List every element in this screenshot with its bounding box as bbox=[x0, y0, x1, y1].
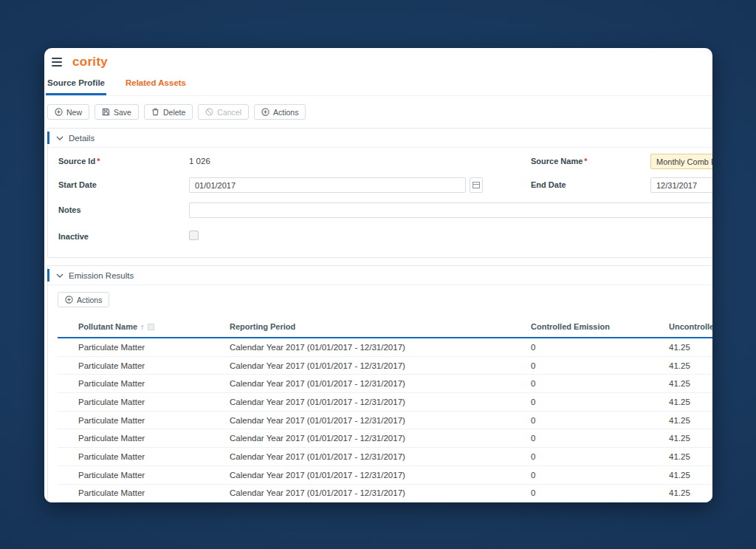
source-id-value: 1 026 bbox=[189, 157, 210, 166]
column-header-reporting-period[interactable]: Reporting Period bbox=[230, 322, 295, 331]
cancel-button[interactable]: Cancel bbox=[198, 104, 249, 120]
save-icon bbox=[102, 108, 110, 116]
table-cell: Particulate Matter bbox=[78, 471, 145, 480]
table-cell: Particulate Matter bbox=[78, 434, 145, 443]
inactive-label: Inactive bbox=[58, 232, 89, 241]
sort-ascending-icon[interactable]: ↑ bbox=[140, 322, 145, 331]
table-cell: Particulate Matter bbox=[78, 488, 145, 497]
app-window: cority Source Profile Related Assets New… bbox=[44, 48, 712, 502]
emission-results-section: Emission Results Actions Pollutant Name … bbox=[47, 265, 712, 502]
table-cell: 41.25 bbox=[669, 452, 690, 461]
table-cell: Calendar Year 2017 (01/01/2017 - 12/31/2… bbox=[230, 379, 405, 388]
chevron-down-icon bbox=[56, 273, 63, 278]
column-header-controlled-emission[interactable]: Controlled Emission bbox=[531, 322, 610, 331]
table-header-row: Pollutant Name ↑ Reporting Period Contro… bbox=[58, 316, 712, 338]
table-cell: 41.25 bbox=[669, 398, 690, 406]
start-date-label: Start Date bbox=[58, 180, 97, 189]
table-row[interactable]: Particulate MatterCalendar Year 2017 (01… bbox=[58, 412, 712, 430]
plus-circle-icon bbox=[65, 296, 73, 304]
table-cell: 0 bbox=[531, 361, 535, 370]
cancel-button-label: Cancel bbox=[217, 108, 241, 117]
table-cell: 0 bbox=[531, 488, 535, 497]
table-cell: 41.25 bbox=[669, 488, 690, 497]
notes-input[interactable] bbox=[189, 202, 712, 218]
table-cell: 41.25 bbox=[669, 379, 690, 388]
inactive-checkbox[interactable] bbox=[189, 231, 199, 240]
required-indicator: * bbox=[97, 157, 100, 166]
table-cell: Calendar Year 2017 (01/01/2017 - 12/31/2… bbox=[230, 398, 405, 406]
new-button[interactable]: New bbox=[47, 104, 89, 120]
delete-button[interactable]: Delete bbox=[144, 104, 193, 120]
emission-results-section-header[interactable]: Emission Results bbox=[48, 266, 712, 285]
cority-logo: cority bbox=[72, 55, 108, 69]
table-row[interactable]: Particulate MatterCalendar Year 2017 (01… bbox=[58, 429, 712, 448]
table-body: Particulate MatterCalendar Year 2017 (01… bbox=[58, 338, 712, 502]
table-cell: Calendar Year 2017 (01/01/2017 - 12/31/2… bbox=[230, 471, 405, 480]
table-cell: Calendar Year 2017 (01/01/2017 - 12/31/2… bbox=[230, 343, 405, 352]
source-name-label: Source Name* bbox=[531, 157, 588, 166]
table-cell: 0 bbox=[531, 379, 535, 388]
table-cell: 0 bbox=[531, 452, 535, 461]
table-cell: 41.25 bbox=[669, 434, 690, 443]
table-cell: Particulate Matter bbox=[78, 416, 145, 425]
table-cell: 41.25 bbox=[669, 471, 690, 480]
table-row[interactable]: Particulate MatterCalendar Year 2017 (01… bbox=[58, 466, 712, 485]
emission-actions-button[interactable]: Actions bbox=[58, 292, 109, 307]
trash-icon bbox=[151, 108, 159, 116]
details-section: Details Source Id* 1 026 Source Name* St… bbox=[47, 128, 712, 258]
required-indicator: * bbox=[584, 157, 587, 166]
table-cell: Particulate Matter bbox=[78, 452, 145, 461]
end-date-input[interactable] bbox=[650, 177, 712, 193]
table-cell: Calendar Year 2017 (01/01/2017 - 12/31/2… bbox=[230, 434, 405, 443]
table-row[interactable]: Particulate MatterCalendar Year 2017 (01… bbox=[58, 485, 712, 503]
end-date-label: End Date bbox=[531, 180, 566, 189]
table-row[interactable]: Particulate MatterCalendar Year 2017 (01… bbox=[58, 375, 712, 393]
tab-bar: Source Profile Related Assets bbox=[44, 72, 712, 96]
column-header-uncontrolled-emission[interactable]: Uncontrolled Em bbox=[669, 322, 712, 331]
sort-order-badge-icon bbox=[148, 324, 154, 330]
source-name-input[interactable] bbox=[650, 154, 712, 169]
table-cell: Calendar Year 2017 (01/01/2017 - 12/31/2… bbox=[230, 361, 405, 370]
chevron-down-icon bbox=[56, 136, 63, 140]
table-cell: 0 bbox=[531, 434, 535, 443]
emission-results-section-title: Emission Results bbox=[69, 271, 134, 280]
table-row[interactable]: Particulate MatterCalendar Year 2017 (01… bbox=[58, 357, 712, 375]
emission-actions-button-label: Actions bbox=[77, 296, 102, 304]
new-button-label: New bbox=[66, 108, 82, 117]
menu-icon[interactable] bbox=[52, 58, 62, 67]
table-cell: 41.25 bbox=[669, 343, 690, 352]
table-cell: Particulate Matter bbox=[78, 379, 145, 388]
start-date-calendar-button[interactable] bbox=[470, 177, 483, 193]
start-date-input[interactable] bbox=[189, 177, 466, 193]
table-cell: Particulate Matter bbox=[78, 398, 145, 406]
plus-circle-icon bbox=[261, 108, 269, 116]
save-button-label: Save bbox=[114, 108, 131, 117]
actions-button-label: Actions bbox=[273, 108, 298, 117]
tab-related-assets[interactable]: Related Assets bbox=[124, 73, 188, 95]
table-cell: 41.25 bbox=[669, 361, 690, 370]
details-form: Source Id* 1 026 Source Name* Start Date… bbox=[48, 148, 712, 257]
table-cell: Calendar Year 2017 (01/01/2017 - 12/31/2… bbox=[230, 452, 405, 461]
plus-circle-icon bbox=[55, 108, 63, 116]
table-cell: 0 bbox=[531, 343, 535, 352]
column-header-pollutant-name[interactable]: Pollutant Name ↑ bbox=[78, 322, 154, 331]
details-section-header[interactable]: Details bbox=[48, 129, 712, 148]
table-row[interactable]: Particulate MatterCalendar Year 2017 (01… bbox=[58, 338, 712, 357]
table-cell: 0 bbox=[531, 471, 535, 480]
emission-results-table: Pollutant Name ↑ Reporting Period Contro… bbox=[58, 316, 712, 502]
table-cell: Calendar Year 2017 (01/01/2017 - 12/31/2… bbox=[230, 488, 405, 497]
delete-button-label: Delete bbox=[163, 108, 185, 117]
tab-source-profile[interactable]: Source Profile bbox=[46, 73, 106, 95]
table-row[interactable]: Particulate MatterCalendar Year 2017 (01… bbox=[58, 448, 712, 466]
notes-label: Notes bbox=[58, 205, 81, 214]
table-row[interactable]: Particulate MatterCalendar Year 2017 (01… bbox=[58, 393, 712, 412]
app-header: cority bbox=[44, 48, 712, 72]
source-id-label: Source Id* bbox=[58, 157, 100, 166]
save-button[interactable]: Save bbox=[94, 104, 139, 120]
table-cell: 41.25 bbox=[669, 416, 690, 425]
table-cell: 0 bbox=[531, 416, 535, 425]
actions-button[interactable]: Actions bbox=[254, 104, 306, 120]
details-section-title: Details bbox=[69, 134, 94, 143]
table-cell: Particulate Matter bbox=[78, 361, 145, 370]
table-cell: Particulate Matter bbox=[78, 343, 145, 352]
